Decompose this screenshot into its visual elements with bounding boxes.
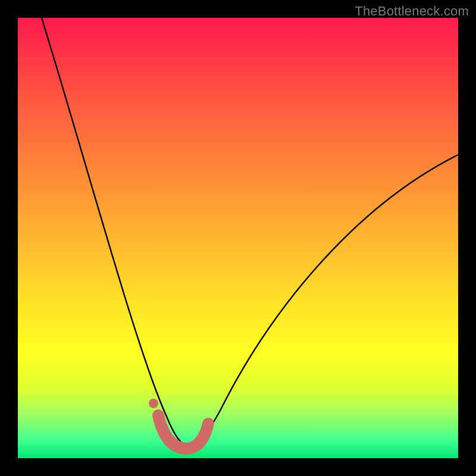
bottleneck-curve-path [42,18,458,446]
highlight-dot [149,399,158,408]
watermark-text: TheBottleneck.com [355,4,469,19]
chart-frame: TheBottleneck.com [0,0,476,476]
plot-area [18,18,458,458]
curve-svg [18,18,458,458]
highlight-u [158,415,208,449]
